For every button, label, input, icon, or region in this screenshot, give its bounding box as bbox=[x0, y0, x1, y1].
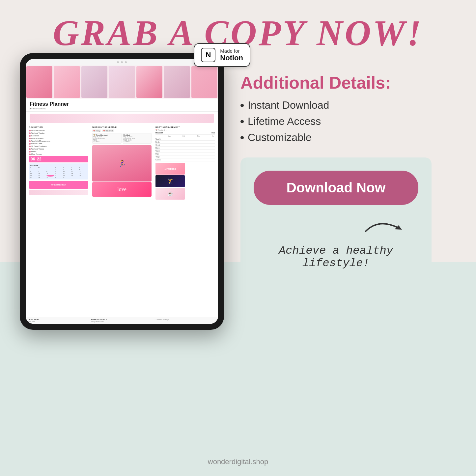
mini-image-grid: Dreaming 🏋️ ☕ bbox=[155, 163, 215, 200]
nav-dot-4 bbox=[29, 138, 31, 139]
nav-dot-8 bbox=[29, 148, 31, 150]
tagline-text: Achieve a healthy lifestyle! bbox=[254, 244, 418, 269]
promo-box: FITNESSPLANNER bbox=[29, 181, 88, 189]
bm-calves: Calves: bbox=[155, 158, 215, 161]
tablet-topbar bbox=[26, 59, 218, 66]
love-text-image: love bbox=[92, 182, 152, 197]
bm-col-headers: Jan Feb Mar Apr bbox=[155, 135, 215, 137]
notion-made-for: Made for bbox=[220, 48, 243, 54]
bullet-3 bbox=[240, 136, 244, 139]
detail-item-1: Instant Download bbox=[240, 99, 432, 111]
photo-cell-4 bbox=[109, 66, 135, 98]
arrow-row bbox=[254, 211, 418, 238]
bm-weight: Weight: bbox=[155, 138, 215, 141]
nav-dot-7 bbox=[29, 146, 31, 147]
nav-dot-3 bbox=[29, 135, 31, 137]
topbar-dot-1 bbox=[117, 61, 119, 63]
workout-card-2: Untitled May 15, 2024 LOCATION: Gym TIME… bbox=[123, 133, 152, 144]
nav-item-10[interactable]: Meal Planner bbox=[29, 153, 88, 155]
additional-details: Additional Details: Instant Download Lif… bbox=[240, 73, 432, 148]
body-measurement-column: BODY MEASUREMENT 📅 This Month ▾ May 2024… bbox=[154, 125, 216, 317]
photo-cell-5 bbox=[136, 66, 162, 98]
bm-chest: Chest: bbox=[155, 144, 215, 147]
workout-cards: 🏋 New Workout May 15, 2024 LOCATION: Gym… bbox=[92, 133, 152, 144]
nav-item-2[interactable]: Workout Tracker bbox=[29, 132, 88, 134]
workout-schedule-label: WORKOUT SCHEDULE bbox=[92, 126, 152, 128]
notion-logo-icon: N bbox=[201, 48, 215, 62]
calendar-grid: SMTWTFS 12345 6789101112 13141516171819 … bbox=[30, 167, 87, 179]
bm-waist: Waist: bbox=[155, 150, 215, 153]
nav-column: NAVIGATION Workout Planner Workout Track… bbox=[28, 125, 90, 317]
bm-hips: Hips: bbox=[155, 153, 215, 155]
notion-badge: N Made for Notion bbox=[194, 43, 250, 67]
daily-meal-section: DAILY MEAL Meal Plan bbox=[28, 319, 89, 322]
nav-item-1[interactable]: Workout Planner bbox=[29, 129, 88, 131]
week-challenge-section: 12 Week Challenge bbox=[154, 319, 216, 322]
notion-text: Made for Notion bbox=[220, 48, 243, 62]
footer-website: wonderdigital.shop bbox=[0, 458, 476, 466]
workout-card-1: 🏋 New Workout May 15, 2024 LOCATION: Gym… bbox=[92, 133, 122, 144]
topbar-dot-2 bbox=[121, 61, 123, 63]
nav-item-8[interactable]: Workout Videos bbox=[29, 148, 88, 150]
download-button[interactable]: Download Now bbox=[254, 171, 418, 205]
main-container: GRAB A COPY NOW! N Made for Notion bbox=[0, 0, 476, 476]
instructions-label: ▶ Instructions bbox=[30, 107, 214, 110]
bullet-2 bbox=[240, 120, 244, 123]
nav-item-9[interactable]: Habits bbox=[29, 151, 88, 153]
nav-dot-2 bbox=[29, 132, 31, 134]
detail-item-3: Customizable bbox=[240, 131, 432, 144]
fp-header: Fitness Planner ▶ Instructions bbox=[26, 98, 218, 112]
cloud-banner bbox=[29, 190, 88, 195]
details-title: Additional Details: bbox=[240, 73, 432, 93]
nav-item-3[interactable]: Exercises bbox=[29, 135, 88, 137]
arrow-icon bbox=[362, 211, 408, 238]
bullet-1 bbox=[240, 104, 244, 107]
tablet-bottom-bar: DAILY MEAL Meal Plan FITNESS GOALS Long … bbox=[26, 317, 218, 324]
fitness-goals-section: FITNESS GOALS Long Term Goals bbox=[91, 319, 153, 322]
tablet-content: Fitness Planner ▶ Instructions NAVIGATIO… bbox=[26, 98, 218, 324]
dumbbell-cell: 🏋️ bbox=[155, 175, 185, 187]
nav-item-4[interactable]: Muscle Groups bbox=[29, 137, 88, 139]
fp-columns: NAVIGATION Workout Planner Workout Track… bbox=[26, 125, 218, 317]
spacer-3 bbox=[185, 188, 215, 200]
long-term-goals-link[interactable]: Long Term Goals bbox=[91, 321, 153, 322]
photo-cell-6 bbox=[164, 66, 190, 98]
nav-dot-9 bbox=[29, 151, 31, 153]
body-measurement-label: BODY MEASUREMENT bbox=[155, 126, 215, 128]
photo-strip bbox=[26, 66, 218, 98]
nav-item-6[interactable]: Fitness Goals bbox=[29, 143, 88, 145]
cta-section: Download Now Achieve a healthy lifestyle… bbox=[240, 157, 432, 279]
meal-plan-link[interactable]: Meal Plan bbox=[28, 321, 89, 322]
image-area: 🏃‍♀️ love bbox=[92, 145, 152, 197]
bm-thigh: Thigh: bbox=[155, 155, 215, 158]
nav-item-7[interactable]: 30 Days Challenge bbox=[29, 145, 88, 147]
workout-controls: 📅 Today 📅 This Week bbox=[92, 129, 152, 132]
app-title: Fitness Planner bbox=[30, 101, 214, 107]
details-list: Instant Download Lifetime Access Customi… bbox=[240, 99, 432, 144]
tablet-screen: Fitness Planner ▶ Instructions NAVIGATIO… bbox=[26, 59, 218, 324]
woman-image: 🏃‍♀️ bbox=[92, 145, 152, 182]
notion-notion-label: Notion bbox=[220, 54, 243, 62]
bm-bicep: Bicep: bbox=[155, 147, 215, 150]
spacer-2 bbox=[185, 175, 215, 187]
nav-dot-6 bbox=[29, 143, 31, 145]
workout-column: WORKOUT SCHEDULE 📅 Today 📅 This Week 🏋 N… bbox=[91, 125, 153, 317]
calendar-month: May 2024 bbox=[30, 164, 87, 166]
photo-cell-2 bbox=[54, 66, 80, 98]
nav-item-5[interactable]: Weight & Measurement bbox=[29, 140, 88, 142]
bm-month-header: May 2024 Hub bbox=[155, 132, 215, 135]
spacer-1 bbox=[185, 163, 215, 175]
tea-cell: ☕ bbox=[155, 188, 185, 200]
nav-dot-1 bbox=[29, 130, 31, 131]
nav-label: NAVIGATION bbox=[29, 126, 88, 128]
detail-item-2: Lifetime Access bbox=[240, 115, 432, 127]
nav-dot-5 bbox=[29, 140, 31, 142]
fp-banner bbox=[30, 114, 214, 123]
tablet-header-photos bbox=[26, 66, 218, 98]
right-panel: Additional Details: Instant Download Lif… bbox=[240, 73, 432, 279]
bm-neck: Neck: bbox=[155, 141, 215, 144]
topbar-dot-3 bbox=[125, 61, 127, 63]
week-challenge-link[interactable]: 12 Week Challenge bbox=[154, 319, 216, 321]
calendar-box: May 2024 SMTWTFS 12345 6789101112 131415… bbox=[29, 163, 88, 180]
nav-dot-10 bbox=[29, 154, 31, 155]
